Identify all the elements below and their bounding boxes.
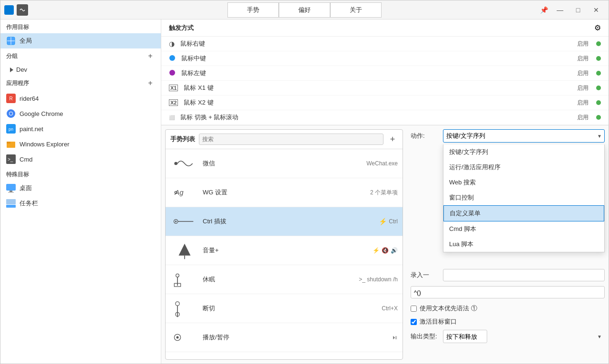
logo-gesture-icon <box>17 4 28 16</box>
gesture-add-button[interactable]: + <box>387 134 398 144</box>
action-dropdown-trigger[interactable]: 按键/文字序列 <box>443 129 605 143</box>
trigger-left-status: 启用 <box>577 69 589 77</box>
trigger-wheel-dot <box>596 115 601 120</box>
ctrl-action-text: Ctrl <box>389 218 398 225</box>
trigger-row-middle: 鼠标中键 启用 <box>161 51 609 66</box>
sidebar-item-paintnet[interactable]: pn paint.net <box>0 121 161 136</box>
svg-text:R: R <box>9 96 12 101</box>
trigger-row-wheel: ⬜ 鼠标 切换 + 鼠标滚动 启用 <box>161 110 609 125</box>
dropdown-item-cmdscript[interactable]: Cmd 脚本 <box>443 221 604 237</box>
trigger-wheel-status: 启用 <box>577 114 589 122</box>
action-textarea-field[interactable] <box>411 286 605 298</box>
dropdown-item-winctrl[interactable]: 窗口控制 <box>443 190 604 205</box>
taskbar-label: 任务栏 <box>20 199 38 208</box>
action-label: 动作: <box>411 132 439 140</box>
title-tabs: 手势 偏好 关于 <box>227 2 382 18</box>
gesture-list-header: 手势列表 + <box>166 130 403 149</box>
gesture-row-wg[interactable]: Ag WG 设置 2 个菜单项 <box>166 178 403 207</box>
tab-preferences[interactable]: 偏好 <box>279 2 330 18</box>
trigger-settings-icon[interactable]: ⚙ <box>594 23 601 32</box>
svg-point-20 <box>169 55 175 61</box>
apps-add-button[interactable]: + <box>146 78 155 88</box>
svg-rect-12 <box>7 142 10 144</box>
trigger-row-x1: X1 鼠标 X1 键 启用 <box>161 81 609 96</box>
dropdown-item-runapp[interactable]: 运行/激活应用程序 <box>443 160 604 175</box>
chrome-icon <box>6 109 16 118</box>
svg-point-21 <box>169 70 175 76</box>
gesture-list-title: 手势列表 <box>170 135 195 144</box>
trigger-x1-label: 鼠标 X1 键 <box>184 84 571 92</box>
x1-btn-icon: X1 <box>169 85 178 91</box>
text-priority-checkbox[interactable] <box>411 306 417 312</box>
rider64-label: rider64 <box>20 95 39 102</box>
sidebar-item-desktop[interactable]: 桌面 <box>0 181 161 196</box>
sidebar-item-taskbar[interactable]: 任务栏 <box>0 196 161 211</box>
weixin-gesture-action: WeChat.exe <box>366 160 398 167</box>
wg-gesture-name: WG 设置 <box>203 188 366 197</box>
cut-gesture-icon <box>170 298 199 319</box>
dropdown-item-custommenu[interactable]: 自定义菜单 <box>443 205 604 221</box>
svg-point-22 <box>174 162 177 165</box>
sidebar-item-global[interactable]: 全局 <box>0 33 161 48</box>
sidebar-item-dev[interactable]: Dev <box>0 64 161 76</box>
desktop-icon <box>6 183 16 193</box>
dropdown-item-keyseq[interactable]: 按键/文字序列 <box>443 144 604 160</box>
right-panel: 触发方式 ⚙ ◑ 鼠标右键 启用 鼠标中键 启用 <box>161 19 609 364</box>
ctrl-lightning-icon: ⚡ <box>379 218 387 225</box>
sidebar-item-chrome[interactable]: Google Chrome <box>0 106 161 121</box>
title-bar: 手势 偏好 关于 📌 — □ ✕ <box>0 0 609 19</box>
right-btn-icon: ◑ <box>169 40 175 48</box>
playpause-gesture-icon <box>170 327 199 348</box>
sidebar-item-rider64[interactable]: R rider64 <box>0 91 161 106</box>
paintnet-icon: pn <box>6 124 16 134</box>
activate-window-checkbox[interactable] <box>411 319 417 325</box>
output-dropdown-arrow-icon: ▼ <box>597 334 602 339</box>
close-button[interactable]: ✕ <box>588 2 605 18</box>
svg-rect-15 <box>6 184 16 191</box>
output-type-label: 输出类型: <box>411 332 439 341</box>
cmd-icon: >_ <box>6 154 16 164</box>
gesture-row-weixin[interactable]: 微信 WeChat.exe <box>166 149 403 178</box>
svg-text:pn: pn <box>9 127 13 132</box>
action-select-row: 动作: 按键/文字序列 ▼ 按键/文字序列 运行/激活应用程序 Web 搜索 <box>411 129 605 143</box>
wheel-icon: ⬜ <box>169 115 175 120</box>
tab-gestures[interactable]: 手势 <box>227 2 279 18</box>
groups-add-button[interactable]: + <box>146 51 155 61</box>
volume-gesture-action: ⚡ 🔇 🔊 <box>373 247 398 254</box>
trigger-right-dot <box>596 41 601 46</box>
svg-point-7 <box>10 112 12 115</box>
action-dropdown-menu: 按键/文字序列 运行/激活应用程序 Web 搜索 窗口控制 自定义菜单 Cmd … <box>443 144 605 252</box>
cut-gesture-name: 断切 <box>203 304 378 313</box>
output-type-select[interactable]: 按下和释放 按住 释放 <box>443 330 487 343</box>
app-logo <box>4 4 28 16</box>
action-input-field[interactable] <box>443 269 605 281</box>
tab-about[interactable]: 关于 <box>330 2 382 18</box>
vol-icon2: 🔊 <box>391 247 398 254</box>
gesture-row-cut[interactable]: 断切 Ctrl+X <box>166 294 403 323</box>
sleep-gesture-name: 休眠 <box>203 275 355 284</box>
pin-button[interactable]: 📌 <box>537 3 550 17</box>
gesture-row-ctrl[interactable]: Ctrl 插拔 ⚡ Ctrl <box>166 207 403 236</box>
expand-arrow-icon <box>10 67 13 72</box>
gesture-row-sleep[interactable]: 休眠 >_ shutdown /h <box>166 265 403 294</box>
trigger-section: 触发方式 ⚙ ◑ 鼠标右键 启用 鼠标中键 启用 <box>161 19 609 125</box>
minimize-button[interactable]: — <box>551 2 569 18</box>
dropdown-item-luascript[interactable]: Lua 脚本 <box>443 237 604 252</box>
groups-section-header: 分组 + <box>0 48 161 64</box>
svg-rect-19 <box>6 199 16 204</box>
gesture-search-input[interactable] <box>199 134 383 145</box>
trigger-row-left: 鼠标左键 启用 <box>161 66 609 81</box>
sidebar-item-winexplorer[interactable]: Windows Explorer <box>0 136 161 152</box>
output-type-select-wrapper: 按下和释放 按住 释放 ▼ <box>443 330 605 343</box>
dropdown-item-websearch[interactable]: Web 搜索 <box>443 175 604 190</box>
gesture-row-playpause[interactable]: 播放/暂停 ⏯ <box>166 323 403 352</box>
window-controls: 📌 — □ ✕ <box>537 2 605 18</box>
winexplorer-icon <box>6 139 16 149</box>
svg-rect-16 <box>10 191 12 192</box>
output-type-row: 输出类型: 按下和释放 按住 释放 ▼ <box>411 330 605 343</box>
winexplorer-label: Windows Explorer <box>20 141 69 148</box>
maximize-button[interactable]: □ <box>570 2 587 18</box>
sidebar-item-cmd[interactable]: >_ Cmd <box>0 152 161 167</box>
gesture-row-volume[interactable]: 音量+ ⚡ 🔇 🔊 <box>166 236 403 265</box>
groups-label: 分组 <box>6 52 18 60</box>
